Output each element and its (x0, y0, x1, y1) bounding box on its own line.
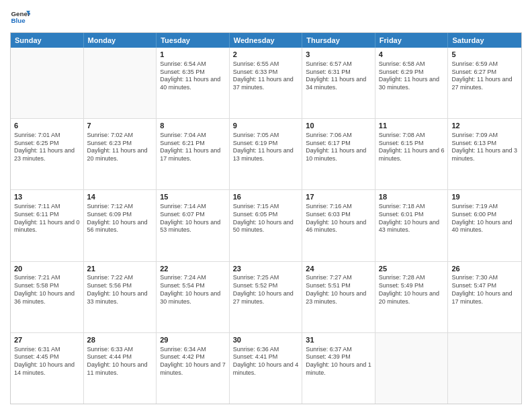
day-number: 18 (379, 192, 445, 202)
day-number: 27 (14, 335, 80, 345)
weekday-header-saturday: Saturday (448, 33, 521, 48)
calendar-cell-2-3: 16Sunrise: 7:15 AM Sunset: 6:05 PM Dayli… (230, 190, 303, 261)
weekday-header-sunday: Sunday (11, 33, 84, 48)
calendar-cell-0-4: 3Sunrise: 6:57 AM Sunset: 6:31 PM Daylig… (302, 48, 375, 118)
header: General Blue (10, 7, 522, 27)
calendar-cell-0-5: 4Sunrise: 6:58 AM Sunset: 6:29 PM Daylig… (375, 48, 449, 118)
day-info: Sunrise: 7:18 AM Sunset: 6:01 PM Dayligh… (379, 203, 445, 234)
day-number: 12 (451, 121, 518, 131)
day-number: 9 (233, 121, 299, 131)
calendar-cell-3-2: 22Sunrise: 7:24 AM Sunset: 5:54 PM Dayli… (157, 262, 230, 332)
calendar-cell-4-2: 29Sunrise: 6:34 AM Sunset: 4:42 PM Dayli… (157, 333, 230, 404)
day-info: Sunrise: 7:21 AM Sunset: 5:58 PM Dayligh… (14, 274, 80, 306)
calendar-cell-2-1: 14Sunrise: 7:12 AM Sunset: 6:09 PM Dayli… (84, 190, 157, 261)
weekday-header-thursday: Thursday (302, 33, 375, 48)
day-number: 14 (87, 192, 153, 202)
calendar-cell-2-4: 17Sunrise: 7:16 AM Sunset: 6:03 PM Dayli… (302, 190, 375, 261)
calendar-cell-4-4: 31Sunrise: 6:37 AM Sunset: 4:39 PM Dayli… (302, 333, 375, 404)
day-number: 31 (306, 335, 371, 345)
day-info: Sunrise: 7:16 AM Sunset: 6:03 PM Dayligh… (306, 203, 371, 234)
day-info: Sunrise: 6:33 AM Sunset: 4:44 PM Dayligh… (87, 346, 153, 377)
calendar-cell-2-5: 18Sunrise: 7:18 AM Sunset: 6:01 PM Dayli… (375, 190, 449, 261)
calendar-row-3: 20Sunrise: 7:21 AM Sunset: 5:58 PM Dayli… (11, 261, 521, 332)
day-number: 22 (160, 264, 226, 274)
day-info: Sunrise: 6:54 AM Sunset: 6:35 PM Dayligh… (160, 60, 226, 92)
day-info: Sunrise: 7:14 AM Sunset: 6:07 PM Dayligh… (160, 203, 226, 234)
calendar-cell-1-0: 6Sunrise: 7:01 AM Sunset: 6:25 PM Daylig… (11, 119, 84, 189)
calendar-cell-4-1: 28Sunrise: 6:33 AM Sunset: 4:44 PM Dayli… (84, 333, 157, 404)
day-info: Sunrise: 6:55 AM Sunset: 6:33 PM Dayligh… (233, 60, 299, 92)
logo: General Blue (10, 7, 30, 27)
day-number: 7 (87, 121, 153, 131)
day-info: Sunrise: 7:22 AM Sunset: 5:56 PM Dayligh… (87, 274, 153, 306)
day-number: 15 (160, 192, 226, 202)
calendar-cell-3-5: 25Sunrise: 7:28 AM Sunset: 5:49 PM Dayli… (375, 262, 449, 332)
day-info: Sunrise: 6:59 AM Sunset: 6:27 PM Dayligh… (451, 60, 518, 92)
day-number: 4 (379, 50, 445, 60)
calendar-cell-3-6: 26Sunrise: 7:30 AM Sunset: 5:47 PM Dayli… (448, 262, 521, 332)
day-number: 8 (160, 121, 226, 131)
day-info: Sunrise: 7:05 AM Sunset: 6:19 PM Dayligh… (233, 132, 299, 163)
day-number: 13 (14, 192, 80, 202)
day-number: 28 (87, 335, 153, 345)
day-info: Sunrise: 7:12 AM Sunset: 6:09 PM Dayligh… (87, 203, 153, 234)
day-number: 30 (233, 335, 299, 345)
calendar-cell-4-3: 30Sunrise: 6:36 AM Sunset: 4:41 PM Dayli… (230, 333, 303, 404)
calendar-cell-1-2: 8Sunrise: 7:04 AM Sunset: 6:21 PM Daylig… (157, 119, 230, 189)
day-number: 6 (14, 121, 80, 131)
calendar-cell-4-0: 27Sunrise: 6:31 AM Sunset: 4:45 PM Dayli… (11, 333, 84, 404)
calendar-cell-3-1: 21Sunrise: 7:22 AM Sunset: 5:56 PM Dayli… (84, 262, 157, 332)
day-number: 3 (306, 50, 371, 60)
day-number: 5 (451, 50, 518, 60)
calendar-cell-0-1 (84, 48, 157, 118)
calendar-row-0: 1Sunrise: 6:54 AM Sunset: 6:35 PM Daylig… (11, 48, 521, 118)
day-info: Sunrise: 6:58 AM Sunset: 6:29 PM Dayligh… (379, 60, 445, 92)
calendar-cell-1-6: 12Sunrise: 7:09 AM Sunset: 6:13 PM Dayli… (448, 119, 521, 189)
day-info: Sunrise: 6:37 AM Sunset: 4:39 PM Dayligh… (306, 346, 371, 377)
day-info: Sunrise: 7:09 AM Sunset: 6:13 PM Dayligh… (451, 132, 518, 163)
day-info: Sunrise: 6:36 AM Sunset: 4:41 PM Dayligh… (233, 346, 299, 377)
calendar-body: 1Sunrise: 6:54 AM Sunset: 6:35 PM Daylig… (11, 48, 521, 404)
day-number: 24 (306, 264, 371, 274)
calendar-cell-1-1: 7Sunrise: 7:02 AM Sunset: 6:23 PM Daylig… (84, 119, 157, 189)
day-number: 26 (451, 264, 518, 274)
day-number: 21 (87, 264, 153, 274)
calendar-row-1: 6Sunrise: 7:01 AM Sunset: 6:25 PM Daylig… (11, 118, 521, 189)
day-info: Sunrise: 6:57 AM Sunset: 6:31 PM Dayligh… (306, 60, 371, 92)
day-number: 11 (379, 121, 445, 131)
day-number: 29 (160, 335, 226, 345)
logo-icon: General Blue (10, 7, 30, 27)
calendar: SundayMondayTuesdayWednesdayThursdayFrid… (10, 32, 522, 404)
day-info: Sunrise: 7:01 AM Sunset: 6:25 PM Dayligh… (14, 132, 80, 163)
day-info: Sunrise: 7:27 AM Sunset: 5:51 PM Dayligh… (306, 274, 371, 306)
page: General Blue SundayMondayTuesdayWednesda… (0, 0, 532, 411)
day-info: Sunrise: 7:08 AM Sunset: 6:15 PM Dayligh… (379, 132, 445, 163)
day-number: 19 (451, 192, 518, 202)
calendar-cell-0-2: 1Sunrise: 6:54 AM Sunset: 6:35 PM Daylig… (157, 48, 230, 118)
svg-text:Blue: Blue (11, 17, 26, 24)
calendar-cell-2-0: 13Sunrise: 7:11 AM Sunset: 6:11 PM Dayli… (11, 190, 84, 261)
calendar-cell-1-4: 10Sunrise: 7:06 AM Sunset: 6:17 PM Dayli… (302, 119, 375, 189)
calendar-cell-2-6: 19Sunrise: 7:19 AM Sunset: 6:00 PM Dayli… (448, 190, 521, 261)
day-info: Sunrise: 7:28 AM Sunset: 5:49 PM Dayligh… (379, 274, 445, 306)
day-number: 1 (160, 50, 226, 60)
calendar-cell-1-3: 9Sunrise: 7:05 AM Sunset: 6:19 PM Daylig… (230, 119, 303, 189)
day-info: Sunrise: 7:15 AM Sunset: 6:05 PM Dayligh… (233, 203, 299, 234)
day-number: 23 (233, 264, 299, 274)
day-info: Sunrise: 7:25 AM Sunset: 5:52 PM Dayligh… (233, 274, 299, 306)
calendar-cell-3-3: 23Sunrise: 7:25 AM Sunset: 5:52 PM Dayli… (230, 262, 303, 332)
day-info: Sunrise: 7:02 AM Sunset: 6:23 PM Dayligh… (87, 132, 153, 163)
calendar-cell-0-0 (11, 48, 84, 118)
weekday-header-monday: Monday (84, 33, 157, 48)
day-info: Sunrise: 7:04 AM Sunset: 6:21 PM Dayligh… (160, 132, 226, 163)
day-info: Sunrise: 7:06 AM Sunset: 6:17 PM Dayligh… (306, 132, 371, 163)
day-number: 17 (306, 192, 371, 202)
calendar-row-2: 13Sunrise: 7:11 AM Sunset: 6:11 PM Dayli… (11, 189, 521, 261)
day-info: Sunrise: 6:31 AM Sunset: 4:45 PM Dayligh… (14, 346, 80, 377)
calendar-cell-2-2: 15Sunrise: 7:14 AM Sunset: 6:07 PM Dayli… (157, 190, 230, 261)
calendar-header: SundayMondayTuesdayWednesdayThursdayFrid… (11, 33, 521, 48)
day-number: 16 (233, 192, 299, 202)
calendar-cell-4-5 (375, 333, 449, 404)
day-info: Sunrise: 7:24 AM Sunset: 5:54 PM Dayligh… (160, 274, 226, 306)
weekday-header-tuesday: Tuesday (157, 33, 230, 48)
